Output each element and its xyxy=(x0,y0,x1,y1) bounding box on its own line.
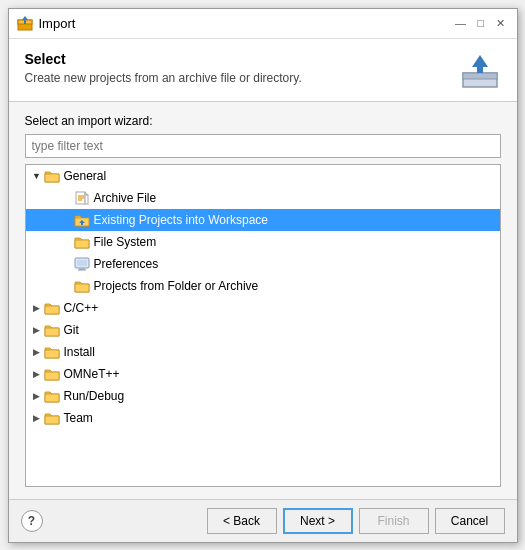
tree-item-existing-projects[interactable]: ▶ Existing Projects into Workspace xyxy=(26,209,500,231)
folder-icon-install xyxy=(44,345,60,359)
file-icon-archive xyxy=(74,191,90,205)
tree-item-label-omnet: OMNeT++ xyxy=(64,367,120,381)
monitor-icon-prefs xyxy=(74,257,90,271)
header-description: Create new projects from an archive file… xyxy=(25,71,302,85)
title-controls: — □ ✕ xyxy=(453,15,509,31)
tree-container: ▼ General ▶ xyxy=(25,164,501,487)
tree-item-preferences[interactable]: ▶ Preferences xyxy=(26,253,500,275)
expand-arrow-git[interactable]: ▶ xyxy=(30,323,44,337)
folder-icon-rundebug xyxy=(44,389,60,403)
tree-item-label-file-system: File System xyxy=(94,235,157,249)
minimize-button[interactable]: — xyxy=(453,15,469,31)
tree-item-label-preferences: Preferences xyxy=(94,257,159,271)
title-bar-left: Import xyxy=(17,15,76,31)
header-text: Select Create new projects from an archi… xyxy=(25,51,302,85)
expand-arrow-cpp[interactable]: ▶ xyxy=(30,301,44,315)
maximize-button[interactable]: □ xyxy=(473,15,489,31)
tree-item-omnet[interactable]: ▶ OMNeT++ xyxy=(26,363,500,385)
expand-arrow-install[interactable]: ▶ xyxy=(30,345,44,359)
expand-arrow-general[interactable]: ▼ xyxy=(30,169,44,183)
help-button[interactable]: ? xyxy=(21,510,43,532)
folder-icon-omnet xyxy=(44,367,60,381)
tree-item-label-projects-folder: Projects from Folder or Archive xyxy=(94,279,259,293)
tree-item-label-rundebug: Run/Debug xyxy=(64,389,125,403)
filter-input[interactable] xyxy=(25,134,501,158)
tree-item-git[interactable]: ▶ Git xyxy=(26,319,500,341)
next-button[interactable]: Next > xyxy=(283,508,353,534)
footer-buttons: < Back Next > Finish Cancel xyxy=(207,508,505,534)
tree-item-cpp[interactable]: ▶ C/C++ xyxy=(26,297,500,319)
tree-item-file-system[interactable]: ▶ File System xyxy=(26,231,500,253)
footer-left: ? xyxy=(21,510,43,532)
folder-icon-git xyxy=(44,323,60,337)
tree-item-label-install: Install xyxy=(64,345,95,359)
folder-icon-team xyxy=(44,411,60,425)
header-icon xyxy=(459,51,501,89)
expand-arrow-rundebug[interactable]: ▶ xyxy=(30,389,44,403)
tree-item-install[interactable]: ▶ Install xyxy=(26,341,500,363)
expand-arrow-omnet[interactable]: ▶ xyxy=(30,367,44,381)
svg-rect-16 xyxy=(77,260,87,266)
title-bar: Import — □ ✕ xyxy=(9,9,517,39)
tree-item-label-team: Team xyxy=(64,411,93,425)
tree-item-rundebug[interactable]: ▶ Run/Debug xyxy=(26,385,500,407)
back-button[interactable]: < Back xyxy=(207,508,277,534)
svg-rect-4 xyxy=(463,73,497,79)
svg-marker-5 xyxy=(472,55,488,73)
import-dialog: Import — □ ✕ Select Create new projects … xyxy=(8,8,518,543)
tree-item-archive-file[interactable]: ▶ Archive File xyxy=(26,187,500,209)
window-icon xyxy=(17,15,33,31)
folder-icon-general xyxy=(44,169,60,183)
window-title: Import xyxy=(39,16,76,31)
folder-icon-filesys xyxy=(74,235,90,249)
cancel-button[interactable]: Cancel xyxy=(435,508,505,534)
content-section: Select an import wizard: ▼ General ▶ xyxy=(9,102,517,499)
folder-icon-projfolder xyxy=(74,279,90,293)
tree-item-label-git: Git xyxy=(64,323,79,337)
tree-item-general[interactable]: ▼ General xyxy=(26,165,500,187)
expand-arrow-team[interactable]: ▶ xyxy=(30,411,44,425)
tree-item-label-existing-projects: Existing Projects into Workspace xyxy=(94,213,269,227)
tree-item-team[interactable]: ▶ Team xyxy=(26,407,500,429)
wizard-label: Select an import wizard: xyxy=(25,114,501,128)
folder-icon-existing xyxy=(74,213,90,227)
folder-icon-cpp xyxy=(44,301,60,315)
tree-item-label-general: General xyxy=(64,169,107,183)
header-section: Select Create new projects from an archi… xyxy=(9,39,517,102)
tree-item-projects-folder[interactable]: ▶ Projects from Folder or Archive xyxy=(26,275,500,297)
svg-rect-8 xyxy=(85,195,88,204)
finish-button[interactable]: Finish xyxy=(359,508,429,534)
footer-section: ? < Back Next > Finish Cancel xyxy=(9,499,517,542)
header-heading: Select xyxy=(25,51,302,67)
tree-item-label-archive-file: Archive File xyxy=(94,191,157,205)
close-button[interactable]: ✕ xyxy=(493,15,509,31)
tree-item-label-cpp: C/C++ xyxy=(64,301,99,315)
